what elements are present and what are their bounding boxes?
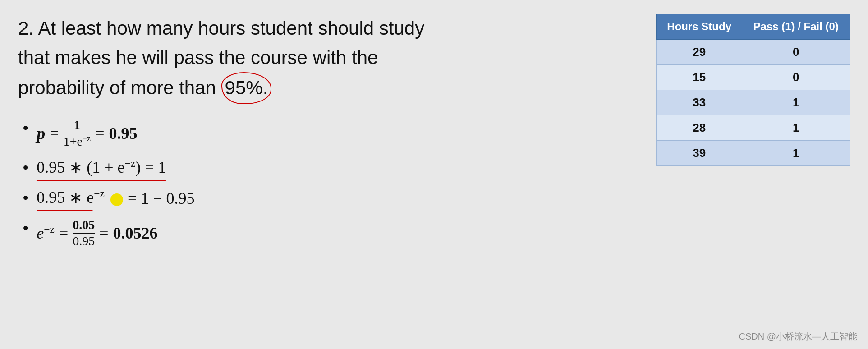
formula-3-rest: = 1 − 0.95 [128,189,195,208]
formula-2-text: 0.95 ∗ (1 + e−z) = 1 [37,158,166,176]
watermark: CSDN @小桥流水—人工智能 [739,331,857,343]
frac-1-den-exp: −z [83,134,91,143]
formula-1-result: 0.95 [109,124,138,143]
left-content: 2. At least how many hours student shoul… [18,14,629,248]
question-line3: probability of more than [18,77,216,98]
bullet-list: • p = 1 1+e−z = 0.95 • 0.95 ∗ (1 + e−z) … [18,118,629,248]
formula-1-eq2: = [95,124,104,143]
formula-4-exp: −z [44,223,55,235]
cell-hours-4: 39 [657,141,742,166]
formula-4-frac: 0.05 0.95 [73,218,95,248]
formula-1: p = 1 1+e−z = 0.95 [37,118,137,149]
col2-header: Pass (1) / Fail (0) [742,14,850,40]
bullet-item-2: • 0.95 ∗ (1 + e−z) = 1 [23,157,629,179]
formula-3-exp: −z [94,188,105,199]
formula-4-result: 0.0526 [113,224,158,243]
frac-4-num: 0.05 [73,218,95,234]
formula-4: e−z = 0.05 0.95 = 0.0526 [37,218,157,248]
table-row: 33 1 [657,90,850,115]
cell-result-1: 0 [742,65,850,90]
cell-hours-1: 15 [657,65,742,90]
frac-1-num: 1 [74,118,80,133]
frac-4-den: 0.95 [73,234,95,248]
question-line2: that makes he will pass the course with … [18,47,378,68]
formula-1-p: p [37,124,45,143]
cell-hours-0: 29 [657,40,742,65]
table-row: 15 0 [657,65,850,90]
cell-hours-2: 33 [657,90,742,115]
bullet-dot-4: • [23,220,28,237]
cell-result-3: 1 [742,115,850,141]
cell-result-4: 1 [742,141,850,166]
col1-header: Hours Study [657,14,742,40]
question-text: 2. At least how many hours student shoul… [18,14,629,104]
table-header-row: Hours Study Pass (1) / Fail (0) [657,14,850,40]
bullet-item-3: • 0.95 ∗ e−z = 1 − 0.95 [23,188,629,210]
data-table: Hours Study Pass (1) / Fail (0) 29 0 15 … [656,14,850,166]
table-header: Hours Study Pass (1) / Fail (0) [657,14,850,40]
table-row: 28 1 [657,115,850,141]
main-container: 2. At least how many hours student shoul… [0,0,868,349]
cell-result-2: 1 [742,90,850,115]
formula-3-underline: 0.95 ∗ e−z [37,188,123,210]
highlight-95: 95%. [221,72,272,104]
table-row: 39 1 [657,141,850,166]
frac-1-den: 1+e−z [64,134,91,149]
cell-result-0: 0 [742,40,850,65]
question-line1: 2. At least how many hours student shoul… [18,18,424,39]
bullet-dot-1: • [23,119,28,137]
formula-2-exp: −z [125,157,136,169]
table-body: 29 0 15 0 33 1 28 1 39 1 [657,40,850,166]
formula-4-eq1: = [59,224,68,243]
bullet-dot-2: • [23,159,28,176]
table-row: 29 0 [657,40,850,65]
formula-3-text: 0.95 ∗ e−z [37,188,105,207]
formula-1-frac: 1 1+e−z [64,118,91,149]
formula-1-eq1: = [50,124,59,143]
right-content: Hours Study Pass (1) / Fail (0) 29 0 15 … [656,14,850,166]
cell-hours-3: 28 [657,115,742,141]
formula-4-base: e−z [37,223,55,243]
yellow-dot [110,193,123,206]
formula-2: 0.95 ∗ (1 + e−z) = 1 [37,157,166,179]
formula-4-eq2: = [99,224,108,243]
formula-3: 0.95 ∗ e−z = 1 − 0.95 [37,188,194,210]
bullet-item-4: • e−z = 0.05 0.95 = 0.0526 [23,218,629,248]
bullet-dot-3: • [23,189,28,207]
bullet-item-1: • p = 1 1+e−z = 0.95 [23,118,629,149]
